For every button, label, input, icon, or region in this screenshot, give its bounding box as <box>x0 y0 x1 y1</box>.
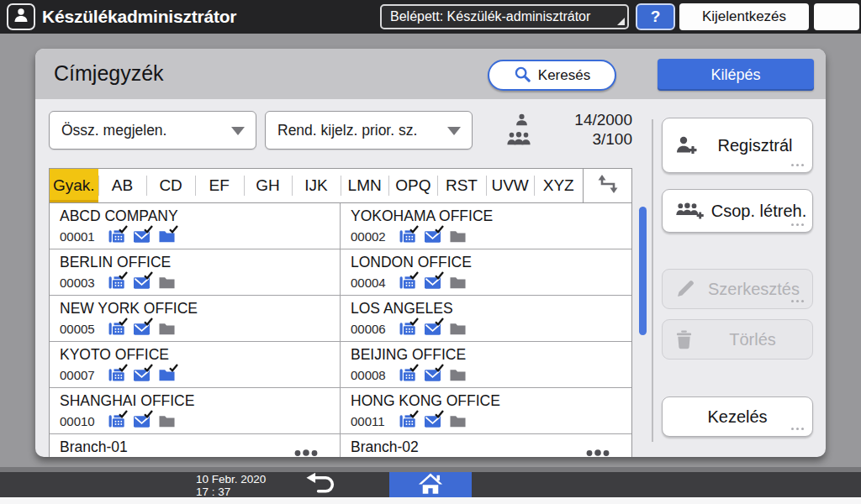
index-tab-ijk[interactable]: IJK <box>292 169 341 202</box>
contact-cell[interactable]: ABCD COMPANY00001 <box>50 203 341 249</box>
contact-cell[interactable]: NEW YORK OFFICE00005 <box>50 296 341 342</box>
contact-number: 00003 <box>60 276 100 290</box>
login-status-label: Belépett: Készülék-adminisztrátor <box>390 9 590 24</box>
index-tab-gh[interactable]: GH <box>244 169 293 202</box>
fax-icon <box>399 227 416 244</box>
login-status-dropdown[interactable]: Belépett: Készülék-adminisztrátor <box>380 4 629 29</box>
pencil-icon <box>675 279 695 299</box>
index-tab-ef[interactable]: EF <box>195 169 244 202</box>
contact-cell[interactable]: BERLIN OFFICE00003 <box>50 249 341 296</box>
page-title: Címjegyzék <box>54 49 164 99</box>
index-tab-rst[interactable]: RST <box>437 169 486 202</box>
date-time: 10 Febr. 2020 17 : 37 <box>196 473 266 498</box>
delete-label: Törlés <box>693 330 812 349</box>
logout-label: Kijelentkezés <box>702 8 786 25</box>
tab-label: OPQ <box>395 176 430 195</box>
vertical-divider <box>652 119 653 442</box>
contact-name: Branch-02 <box>351 438 419 456</box>
contact-cell[interactable]: HONG KONG OFFICE00011 <box>341 388 631 434</box>
index-tab-lmn[interactable]: LMN <box>341 169 389 202</box>
search-icon <box>514 66 531 86</box>
group-members-icon <box>583 449 613 457</box>
top-bar: Készülékadminisztrátor Belépett: Készülé… <box>0 0 861 34</box>
home-button[interactable] <box>389 472 472 497</box>
contact-number: 00004 <box>351 276 391 290</box>
create-group-button[interactable]: Csop. létreh. <box>662 189 813 233</box>
contact-name: LONDON OFFICE <box>351 254 472 271</box>
contact-number: 00011 <box>351 414 391 428</box>
group-cell[interactable]: Branch-02 <box>341 434 631 457</box>
bottom-bar: 10 Febr. 2020 17 : 37 <box>0 472 861 497</box>
display-filter-dropdown[interactable]: Össz. megjelen. <box>49 111 256 150</box>
app-title: Készülékadminisztrátor <box>42 0 236 34</box>
contact-number: 00008 <box>351 368 391 382</box>
email-icon <box>134 365 151 382</box>
email-icon <box>134 319 151 336</box>
register-button[interactable]: Regisztrál <box>662 118 813 173</box>
group-cell[interactable]: Branch-01 <box>50 434 341 457</box>
contact-cell[interactable]: BEIJING OFFICE00008 <box>341 342 631 388</box>
contact-number: 00010 <box>60 414 100 428</box>
folder-icon <box>450 273 467 290</box>
edit-button[interactable]: Szerkesztés <box>662 269 813 309</box>
exit-button[interactable]: Kilépés <box>658 59 814 91</box>
switch-display-icon <box>595 174 621 197</box>
logout-button[interactable]: Kijelentkezés <box>679 3 809 30</box>
index-tab-gyak[interactable]: Gyak. <box>50 169 98 202</box>
contact-name: HONG KONG OFFICE <box>351 392 500 410</box>
scrollbar-thumb[interactable] <box>639 207 647 335</box>
contact-meta: 00006 <box>351 319 467 336</box>
index-tab-xyz[interactable]: XYZ <box>534 169 583 202</box>
tab-label: Gyak. <box>53 176 95 195</box>
one-user-icon <box>515 113 529 130</box>
fax-icon <box>108 227 125 244</box>
contact-cell[interactable]: YOKOHAMA OFFICE00002 <box>341 203 631 249</box>
fax-icon <box>399 319 416 336</box>
sort-order-dropdown[interactable]: Rend. kijelz. prior. sz. <box>265 111 473 150</box>
register-label: Regisztrál <box>698 136 812 155</box>
delete-button[interactable]: Törlés <box>662 319 813 360</box>
manage-button[interactable]: Kezelés <box>662 396 813 437</box>
contact-name: LOS ANGELES <box>351 300 453 318</box>
help-button[interactable]: ? <box>636 3 675 30</box>
index-tab-cd[interactable]: CD <box>146 169 195 202</box>
dropdown-corner-icon <box>617 18 625 25</box>
back-button[interactable] <box>296 472 348 497</box>
contact-name: SHANGHAI OFFICE <box>60 392 194 410</box>
user-account-button[interactable] <box>7 3 35 30</box>
folder-icon <box>159 412 176 428</box>
index-tab-ab[interactable]: AB <box>98 169 147 202</box>
tab-label: RST <box>446 176 478 195</box>
more-dots-icon <box>791 428 805 431</box>
contact-name: NEW YORK OFFICE <box>60 300 198 318</box>
sleep-mode-button[interactable] <box>814 3 859 30</box>
index-tab-opq[interactable]: OPQ <box>388 169 437 202</box>
scrollbar-track[interactable] <box>639 205 647 455</box>
contact-name: ABCD COMPANY <box>60 207 178 225</box>
search-label: Keresés <box>538 67 590 84</box>
contact-cell[interactable]: SHANGHAI OFFICE00010 <box>50 388 341 434</box>
contact-meta: 00002 <box>351 227 467 244</box>
fax-icon <box>399 365 416 382</box>
email-icon <box>425 273 441 290</box>
contact-cell[interactable]: LONDON OFFICE00004 <box>341 249 631 296</box>
switch-display-button[interactable] <box>583 169 631 202</box>
index-tab-bar: Gyak.ABCDEFGHIJKLMNOPQRSTUVWXYZ <box>49 168 632 203</box>
fax-icon <box>108 273 125 290</box>
contact-name: YOKOHAMA OFFICE <box>351 207 493 225</box>
tab-label: CD <box>159 176 182 195</box>
contact-number: 00001 <box>60 229 100 244</box>
contact-cell[interactable]: LOS ANGELES00006 <box>341 296 631 342</box>
contact-meta: 00001 <box>60 227 176 244</box>
device-admin-screen: Készülékadminisztrátor Belépett: Készülé… <box>0 0 861 504</box>
fax-icon <box>108 365 125 382</box>
contact-number: 00007 <box>60 368 100 382</box>
contact-meta: 00003 <box>60 273 176 290</box>
entry-count: 14/2000 <box>531 111 632 129</box>
fax-icon <box>108 319 125 336</box>
email-icon <box>134 273 151 290</box>
contact-cell[interactable]: KYOTO OFFICE00007 <box>50 342 341 388</box>
edit-label: Szerkesztés <box>695 280 812 299</box>
search-button[interactable]: Keresés <box>488 60 616 91</box>
index-tab-uvw[interactable]: UVW <box>486 169 535 202</box>
